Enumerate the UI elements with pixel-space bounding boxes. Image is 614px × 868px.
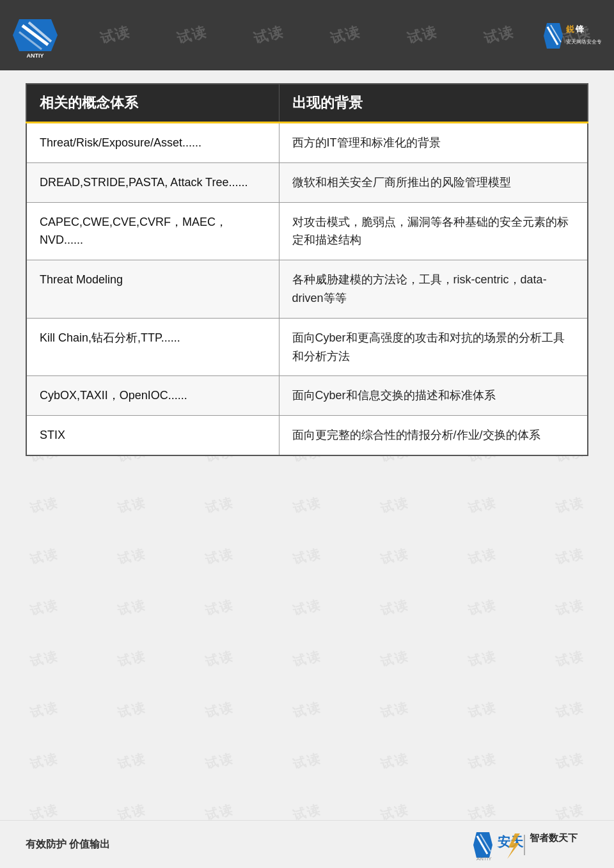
header: 试读试读试读试读试读试读试读试读 ANTIY 鋭 锋 安天网络安全专训营第四期	[0, 0, 614, 70]
header-watermark: 试读	[405, 22, 439, 48]
table-cell-left-5: CybOX,TAXII，OpenIOC......	[26, 376, 279, 416]
svg-text:安天网络安全专训营第四期: 安天网络安全专训营第四期	[566, 39, 601, 45]
table-cell-right-0: 西方的IT管理和标准化的背景	[279, 123, 588, 163]
table-cell-right-6: 面向更完整的综合性的情报分析/作业/交换的体系	[279, 416, 588, 455]
table-row: CybOX,TAXII，OpenIOC......面向Cyber和信息交换的描述…	[26, 376, 588, 416]
svg-text:ANTIY: ANTIY	[27, 52, 44, 59]
table-cell-left-3: Threat Modeling	[26, 260, 279, 319]
table-row: Threat Modeling各种威胁建模的方法论，工具，risk-centri…	[26, 260, 588, 319]
table-cell-left-1: DREAD,STRIDE,PASTA, Attack Tree......	[26, 162, 279, 202]
col1-header: 相关的概念体系	[26, 84, 279, 123]
footer-brand: ANTIY 安天 智者数天下	[473, 827, 588, 862]
table-cell-right-2: 对攻击模式，脆弱点，漏洞等各种基础的安全元素的标定和描述结构	[279, 202, 588, 260]
header-watermark: 试读	[175, 22, 209, 48]
table-row: DREAD,STRIDE,PASTA, Attack Tree......微软和…	[26, 162, 588, 202]
footer: 有效防护 价值输出 ANTIY 安天 智者数天下	[0, 820, 614, 868]
logo-block: ANTIY	[13, 10, 58, 61]
table-cell-right-5: 面向Cyber和信息交换的描述和标准体系	[279, 376, 588, 416]
col2-header: 出现的背景	[279, 84, 588, 123]
table-row: STIX面向更完整的综合性的情报分析/作业/交换的体系	[26, 416, 588, 455]
header-watermark: 试读	[251, 22, 286, 48]
footer-tagline: 有效防护 价值输出	[26, 838, 110, 851]
table-cell-left-6: STIX	[26, 416, 279, 455]
svg-text:鋭: 鋭	[565, 24, 574, 34]
table-cell-right-1: 微软和相关安全厂商所推出的风险管理模型	[279, 162, 588, 202]
header-brand-logo: 鋭 锋 安天网络安全专训营第四期	[544, 18, 601, 53]
main-content: 相关的概念体系 出现的背景 Threat/Risk/Exposure/Asset…	[26, 83, 588, 817]
table-row: Kill Chain,钻石分析,TTP......面向Cyber和更高强度的攻击…	[26, 318, 588, 376]
antiy-logo: ANTIY	[13, 10, 58, 61]
table-cell-left-4: Kill Chain,钻石分析,TTP......	[26, 318, 279, 376]
svg-text:智者数天下: 智者数天下	[529, 832, 578, 843]
header-watermark: 试读	[328, 22, 363, 48]
table-cell-left-0: Threat/Risk/Exposure/Asset......	[26, 123, 279, 163]
svg-text:ANTIY: ANTIY	[476, 856, 492, 862]
table-row: CAPEC,CWE,CVE,CVRF，MAEC，NVD......对攻击模式，脆…	[26, 202, 588, 260]
table-cell-right-3: 各种威胁建模的方法论，工具，risk-centric，data-driven等等	[279, 260, 588, 319]
header-watermarks: 试读试读试读试读试读试读试读试读	[0, 0, 614, 70]
header-watermark: 试读	[482, 22, 516, 48]
table-cell-right-4: 面向Cyber和更高强度的攻击和对抗的场景的分析工具和分析方法	[279, 318, 588, 376]
concept-table: 相关的概念体系 出现的背景 Threat/Risk/Exposure/Asset…	[26, 83, 588, 456]
table-row: Threat/Risk/Exposure/Asset......西方的IT管理和…	[26, 123, 588, 163]
table-cell-left-2: CAPEC,CWE,CVE,CVRF，MAEC，NVD......	[26, 202, 279, 260]
svg-text:锋: 锋	[575, 24, 585, 34]
header-watermark: 试读	[98, 22, 132, 48]
